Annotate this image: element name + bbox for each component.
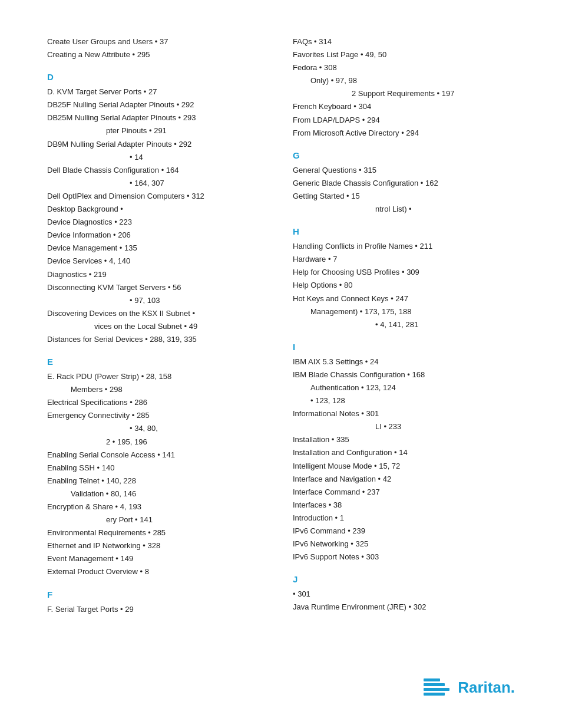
left-column: Create User Groups and Users • 37 Creati… [47, 35, 269, 616]
entry-help-options: Help Options • 80 [293, 279, 515, 292]
svg-rect-0 [424, 678, 440, 681]
entry-introduction: Introduction • 1 [293, 512, 515, 525]
entry-ntrol-list: ntrol List) • [293, 203, 515, 216]
section-header-d: D [47, 72, 269, 82]
svg-rect-3 [424, 693, 445, 696]
entry-french-keyboard: French Keyboard • 304 [293, 100, 515, 113]
entry-device-services: Device Services • 4, 140 [47, 255, 269, 268]
entry-hot-keys: Hot Keys and Connect Keys • 247 [293, 292, 515, 305]
entry-members: Members • 298 [47, 383, 269, 396]
entry-favorites-list: Favorites List Page • 49, 50 [293, 48, 515, 61]
entry-device-info: Device Information • 206 [47, 229, 269, 242]
entry-14: • 14 [47, 151, 269, 164]
entry-create-user-groups: Create User Groups and Users • 37 [47, 35, 269, 48]
entry-d-kvm: D. KVM Target Server Ports • 27 [47, 85, 269, 98]
entry-4-141-281: • 4, 141, 281 [293, 318, 515, 331]
entry-java-runtime: Java Runtime Environment (JRE) • 302 [293, 601, 515, 614]
entry-management-173: Management) • 173, 175, 188 [293, 305, 515, 318]
entry-diagnostics: Diagnostics • 219 [47, 268, 269, 281]
entry-e-rack-pdu: E. Rack PDU (Power Strip) • 28, 158 [47, 370, 269, 383]
entry-environmental: Environmental Requirements • 285 [47, 526, 269, 539]
entry-ipv6-command: IPv6 Command • 239 [293, 525, 515, 538]
entry-enabling-telnet: Enabling Telnet • 140, 228 [47, 475, 269, 487]
entry-ethernet: Ethernet and IP Networking • 328 [47, 539, 269, 552]
section-header-f: F [47, 589, 269, 599]
entry-ipv6-support: IPv6 Support Notes • 303 [293, 551, 515, 564]
entry-external-product: External Product Overview • 8 [47, 565, 269, 578]
entry-pter-pinouts: pter Pinouts • 291 [47, 124, 269, 137]
entry-interface-nav: Interface and Navigation • 42 [293, 473, 515, 486]
entry-enabling-serial: Enabling Serial Console Access • 141 [47, 449, 269, 462]
entry-help-usb: Help for Choosing USB Profiles • 309 [293, 266, 515, 279]
entry-validation: Validation • 80, 146 [47, 487, 269, 500]
entry-f-serial: F. Serial Target Ports • 29 [47, 603, 269, 616]
entry-general-questions: General Questions • 315 [293, 164, 515, 177]
entry-dell-blade: Dell Blade Chassis Configuration • 164 [47, 164, 269, 177]
entry-164-307: • 164, 307 [47, 177, 269, 190]
entry-ipv6-networking: IPv6 Networking • 325 [293, 538, 515, 551]
svg-rect-2 [424, 688, 449, 691]
right-column: FAQs • 314 Favorites List Page • 49, 50 … [293, 35, 515, 616]
entry-electrical: Electrical Specifications • 286 [47, 396, 269, 409]
entry-ery-port: ery Port • 141 [47, 513, 269, 526]
raritan-logo-icon [422, 676, 453, 699]
entry-vices-local: vices on the Local Subnet • 49 [47, 320, 269, 333]
entry-ibm-aix: IBM AIX 5.3 Settings • 24 [293, 355, 515, 368]
entry-from-ldap: From LDAP/LDAPS • 294 [293, 114, 515, 127]
entry-creating-new-attribute: Creating a New Attribute • 295 [47, 48, 269, 61]
entry-interface-command: Interface Command • 237 [293, 486, 515, 499]
entry-dell-optiplex: Dell OptIPlex and Dimension Computers • … [47, 190, 269, 203]
entry-only-97-98: Only) • 97, 98 [293, 74, 515, 87]
section-header-i: I [293, 342, 515, 352]
entry-li-233: LI • 233 [293, 420, 515, 433]
raritan-logo: Raritan. [422, 676, 515, 699]
entry-2-195-196: 2 • 195, 196 [47, 436, 269, 449]
entry-installation: Installation • 335 [293, 433, 515, 446]
entry-97-103: • 97, 103 [47, 294, 269, 307]
entry-34-80: • 34, 80, [47, 422, 269, 435]
entry-device-mgmt: Device Management • 135 [47, 242, 269, 255]
entry-desktop-bg: Desktop Background • [47, 203, 269, 216]
entry-encryption: Encryption & Share • 4, 193 [47, 500, 269, 513]
entry-emergency: Emergency Connectivity • 285 [47, 409, 269, 422]
entry-generic-blade: Generic Blade Chassis Configuration • 16… [293, 177, 515, 190]
entry-installation-config: Installation and Configuration • 14 [293, 446, 515, 459]
entry-123-128: • 123, 128 [293, 394, 515, 407]
entry-device-diag: Device Diagnostics • 223 [47, 216, 269, 229]
entry-hardware: Hardware • 7 [293, 253, 515, 266]
entry-2-support: 2 Support Requirements • 197 [293, 87, 515, 100]
entry-intelligent-mouse: Intelligent Mouse Mode • 15, 72 [293, 460, 515, 473]
section-header-h: H [293, 226, 515, 236]
entry-getting-started: Getting Started • 15 [293, 190, 515, 203]
entry-informational-notes: Informational Notes • 301 [293, 407, 515, 420]
svg-rect-1 [424, 683, 445, 686]
section-header-j: J [293, 574, 515, 584]
entry-disconnecting: Disconnecting KVM Target Servers • 56 [47, 281, 269, 294]
section-header-g: G [293, 150, 515, 160]
entry-from-microsoft: From Microsoft Active Directory • 294 [293, 127, 515, 140]
entry-discovering: Discovering Devices on the KSX II Subnet… [47, 307, 269, 320]
raritan-logo-text: Raritan. [458, 678, 515, 697]
entry-distances: Distances for Serial Devices • 288, 319,… [47, 333, 269, 346]
entry-authentication: Authentication • 123, 124 [293, 381, 515, 394]
entry-fedora: Fedora • 308 [293, 61, 515, 74]
entry-db9m: DB9M Nulling Serial Adapter Pinouts • 29… [47, 138, 269, 151]
entry-handling-conflicts: Handling Conflicts in Profile Names • 21… [293, 240, 515, 253]
entry-event-mgmt: Event Management • 149 [47, 552, 269, 565]
section-header-e: E [47, 357, 269, 367]
entry-faqs: FAQs • 314 [293, 35, 515, 48]
entry-db25f: DB25F Nulling Serial Adapter Pinouts • 2… [47, 98, 269, 111]
entry-db25m: DB25M Nulling Serial Adapter Pinouts • 2… [47, 111, 269, 124]
entry-ibm-blade: IBM Blade Chassis Configuration • 168 [293, 368, 515, 381]
entry-enabling-ssh: Enabling SSH • 140 [47, 462, 269, 475]
entry-301: • 301 [293, 588, 515, 601]
entry-interfaces: Interfaces • 38 [293, 499, 515, 512]
